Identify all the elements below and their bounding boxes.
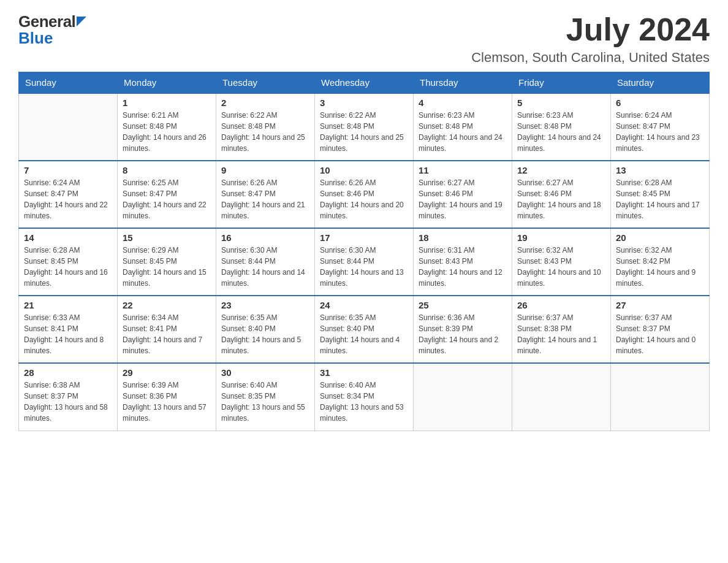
weekday-header-thursday: Thursday [414, 72, 512, 94]
calendar-cell: 25Sunrise: 6:36 AMSunset: 8:39 PMDayligh… [414, 296, 512, 363]
calendar-cell [611, 363, 710, 431]
weekday-header-friday: Friday [512, 72, 611, 94]
sun-info: Sunrise: 6:34 AMSunset: 8:41 PMDaylight:… [123, 312, 211, 356]
sun-info: Sunrise: 6:38 AMSunset: 8:37 PMDaylight:… [24, 380, 112, 424]
week-row-1: 1Sunrise: 6:21 AMSunset: 8:48 PMDaylight… [19, 93, 710, 161]
weekday-header-monday: Monday [118, 72, 216, 94]
sun-info: Sunrise: 6:27 AMSunset: 8:46 PMDaylight:… [419, 177, 507, 221]
sun-info: Sunrise: 6:35 AMSunset: 8:40 PMDaylight:… [221, 312, 309, 356]
calendar-cell: 5Sunrise: 6:23 AMSunset: 8:48 PMDaylight… [512, 93, 611, 161]
day-number: 22 [123, 300, 211, 310]
weekday-header-wednesday: Wednesday [315, 72, 414, 94]
day-number: 11 [419, 165, 507, 175]
sun-info: Sunrise: 6:32 AMSunset: 8:43 PMDaylight:… [517, 245, 605, 289]
sun-info: Sunrise: 6:26 AMSunset: 8:47 PMDaylight:… [221, 177, 309, 221]
day-number: 15 [123, 232, 211, 243]
weekday-header-row: SundayMondayTuesdayWednesdayThursdayFrid… [19, 72, 710, 94]
day-number: 27 [616, 300, 704, 310]
day-number: 12 [517, 165, 605, 175]
calendar-cell: 28Sunrise: 6:38 AMSunset: 8:37 PMDayligh… [19, 363, 118, 431]
sun-info: Sunrise: 6:21 AMSunset: 8:48 PMDaylight:… [123, 110, 211, 154]
sun-info: Sunrise: 6:39 AMSunset: 8:36 PMDaylight:… [123, 380, 211, 424]
sun-info: Sunrise: 6:30 AMSunset: 8:44 PMDaylight:… [320, 245, 408, 289]
day-number: 16 [221, 232, 309, 243]
day-number: 13 [616, 165, 704, 175]
sun-info: Sunrise: 6:23 AMSunset: 8:48 PMDaylight:… [419, 110, 507, 154]
sun-info: Sunrise: 6:40 AMSunset: 8:35 PMDaylight:… [221, 380, 309, 424]
calendar-cell: 4Sunrise: 6:23 AMSunset: 8:48 PMDaylight… [414, 93, 512, 161]
day-number: 24 [320, 300, 408, 310]
sun-info: Sunrise: 6:36 AMSunset: 8:39 PMDaylight:… [419, 312, 507, 356]
title-area: July 2024 Clemson, South Carolina, Unite… [471, 12, 710, 66]
day-number: 28 [24, 367, 112, 378]
day-number: 6 [616, 98, 704, 108]
day-number: 21 [24, 300, 112, 310]
day-number: 29 [123, 367, 211, 378]
week-row-2: 7Sunrise: 6:24 AMSunset: 8:47 PMDaylight… [19, 161, 710, 228]
weekday-header-saturday: Saturday [611, 72, 710, 94]
day-number: 31 [320, 367, 408, 378]
weekday-header-sunday: Sunday [19, 72, 118, 94]
calendar-cell: 9Sunrise: 6:26 AMSunset: 8:47 PMDaylight… [216, 161, 315, 228]
day-number: 18 [419, 232, 507, 243]
day-number: 10 [320, 165, 408, 175]
day-number: 26 [517, 300, 605, 310]
calendar-cell: 8Sunrise: 6:25 AMSunset: 8:47 PMDaylight… [118, 161, 216, 228]
day-number: 1 [123, 98, 211, 108]
page-header: General Blue July 2024 Clemson, South Ca… [18, 12, 710, 66]
calendar-cell: 10Sunrise: 6:26 AMSunset: 8:46 PMDayligh… [315, 161, 414, 228]
calendar-cell: 1Sunrise: 6:21 AMSunset: 8:48 PMDaylight… [118, 93, 216, 161]
day-number: 20 [616, 232, 704, 243]
calendar-cell [414, 363, 512, 431]
sun-info: Sunrise: 6:24 AMSunset: 8:47 PMDaylight:… [616, 110, 704, 154]
day-number: 23 [221, 300, 309, 310]
calendar-cell: 15Sunrise: 6:29 AMSunset: 8:45 PMDayligh… [118, 228, 216, 296]
calendar-cell: 22Sunrise: 6:34 AMSunset: 8:41 PMDayligh… [118, 296, 216, 363]
day-number: 30 [221, 367, 309, 378]
calendar-cell: 6Sunrise: 6:24 AMSunset: 8:47 PMDaylight… [611, 93, 710, 161]
calendar-cell: 2Sunrise: 6:22 AMSunset: 8:48 PMDaylight… [216, 93, 315, 161]
calendar-cell: 16Sunrise: 6:30 AMSunset: 8:44 PMDayligh… [216, 228, 315, 296]
sun-info: Sunrise: 6:32 AMSunset: 8:42 PMDaylight:… [616, 245, 704, 289]
sun-info: Sunrise: 6:24 AMSunset: 8:47 PMDaylight:… [24, 177, 112, 221]
calendar-cell: 21Sunrise: 6:33 AMSunset: 8:41 PMDayligh… [19, 296, 118, 363]
month-year-title: July 2024 [471, 12, 710, 47]
week-row-5: 28Sunrise: 6:38 AMSunset: 8:37 PMDayligh… [19, 363, 710, 431]
day-number: 9 [221, 165, 309, 175]
calendar-table: SundayMondayTuesdayWednesdayThursdayFrid… [18, 72, 710, 431]
day-number: 8 [123, 165, 211, 175]
calendar-cell: 23Sunrise: 6:35 AMSunset: 8:40 PMDayligh… [216, 296, 315, 363]
sun-info: Sunrise: 6:26 AMSunset: 8:46 PMDaylight:… [320, 177, 408, 221]
sun-info: Sunrise: 6:27 AMSunset: 8:46 PMDaylight:… [517, 177, 605, 221]
sun-info: Sunrise: 6:31 AMSunset: 8:43 PMDaylight:… [419, 245, 507, 289]
calendar-cell: 14Sunrise: 6:28 AMSunset: 8:45 PMDayligh… [19, 228, 118, 296]
sun-info: Sunrise: 6:33 AMSunset: 8:41 PMDaylight:… [24, 312, 112, 356]
location-subtitle: Clemson, South Carolina, United States [471, 50, 710, 66]
calendar-cell [19, 93, 118, 161]
sun-info: Sunrise: 6:25 AMSunset: 8:47 PMDaylight:… [123, 177, 211, 221]
sun-info: Sunrise: 6:29 AMSunset: 8:45 PMDaylight:… [123, 245, 211, 289]
sun-info: Sunrise: 6:37 AMSunset: 8:38 PMDaylight:… [517, 312, 605, 356]
day-number: 3 [320, 98, 408, 108]
sun-info: Sunrise: 6:22 AMSunset: 8:48 PMDaylight:… [320, 110, 408, 154]
calendar-cell: 7Sunrise: 6:24 AMSunset: 8:47 PMDaylight… [19, 161, 118, 228]
calendar-cell: 13Sunrise: 6:28 AMSunset: 8:45 PMDayligh… [611, 161, 710, 228]
sun-info: Sunrise: 6:23 AMSunset: 8:48 PMDaylight:… [517, 110, 605, 154]
day-number: 25 [419, 300, 507, 310]
sun-info: Sunrise: 6:28 AMSunset: 8:45 PMDaylight:… [24, 245, 112, 289]
sun-info: Sunrise: 6:40 AMSunset: 8:34 PMDaylight:… [320, 380, 408, 424]
day-number: 7 [24, 165, 112, 175]
logo: General Blue [18, 12, 86, 48]
calendar-cell: 26Sunrise: 6:37 AMSunset: 8:38 PMDayligh… [512, 296, 611, 363]
day-number: 4 [419, 98, 507, 108]
calendar-cell: 24Sunrise: 6:35 AMSunset: 8:40 PMDayligh… [315, 296, 414, 363]
calendar-cell: 29Sunrise: 6:39 AMSunset: 8:36 PMDayligh… [118, 363, 216, 431]
day-number: 19 [517, 232, 605, 243]
sun-info: Sunrise: 6:22 AMSunset: 8:48 PMDaylight:… [221, 110, 309, 154]
calendar-cell: 27Sunrise: 6:37 AMSunset: 8:37 PMDayligh… [611, 296, 710, 363]
sun-info: Sunrise: 6:30 AMSunset: 8:44 PMDaylight:… [221, 245, 309, 289]
sun-info: Sunrise: 6:37 AMSunset: 8:37 PMDaylight:… [616, 312, 704, 356]
calendar-cell: 3Sunrise: 6:22 AMSunset: 8:48 PMDaylight… [315, 93, 414, 161]
weekday-header-tuesday: Tuesday [216, 72, 315, 94]
calendar-cell: 30Sunrise: 6:40 AMSunset: 8:35 PMDayligh… [216, 363, 315, 431]
